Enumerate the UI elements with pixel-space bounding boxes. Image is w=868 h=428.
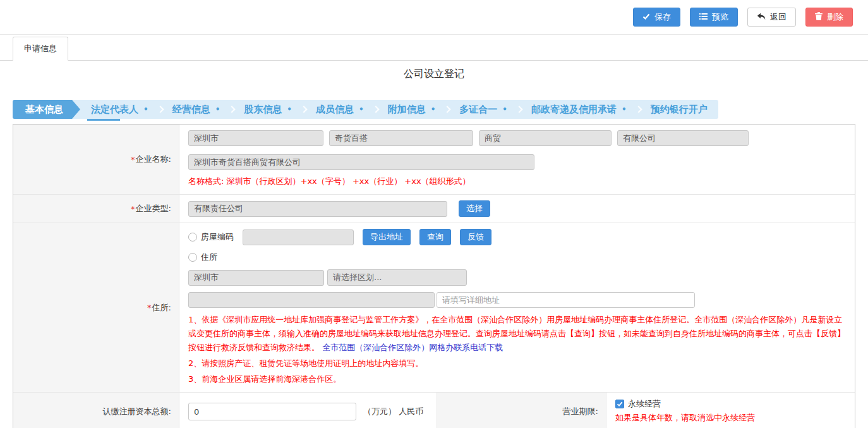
- address-content: 房屋编码 导出地址 查询 反馈 住所 请选择区划...: [179, 223, 855, 392]
- address-detail-input[interactable]: [437, 292, 695, 308]
- step-dot: •: [287, 100, 292, 119]
- tab-application-info[interactable]: 申请信息: [13, 37, 68, 61]
- name-brand-input: [329, 130, 473, 146]
- export-address-button[interactable]: 导出地址: [363, 229, 411, 245]
- step-bank-appointment[interactable]: 预约银行开户: [640, 100, 718, 119]
- required-mark: *: [131, 155, 135, 164]
- address-street-input: [188, 292, 435, 308]
- name-format-hint: 名称格式: 深圳市（行政区划）+xx（字号） +xx（行业） +xx（组织形式）: [188, 174, 846, 188]
- company-type-select-button[interactable]: 选择: [459, 200, 490, 217]
- registered-capital-label: 认缴注册资本总额:: [13, 393, 179, 428]
- company-type-label: * 企业类型:: [13, 195, 179, 223]
- house-code-radio-label: 房屋编码: [201, 231, 234, 243]
- address-radio-label: 住所: [201, 252, 217, 263]
- step-dot: •: [622, 100, 627, 119]
- preview-button[interactable]: 预览: [690, 8, 738, 27]
- district-select: 请选择区划...: [327, 269, 467, 286]
- save-button-label: 保存: [654, 11, 671, 23]
- trash-icon: [815, 12, 823, 22]
- delete-button[interactable]: 删除: [805, 8, 853, 27]
- district-select-placeholder: 请选择区划...: [333, 272, 382, 283]
- capital-unit-label: （万元） 人民币: [363, 406, 423, 417]
- name-region-input: [188, 130, 323, 146]
- query-button[interactable]: 查询: [419, 229, 451, 245]
- save-button[interactable]: 保存: [633, 8, 680, 27]
- name-org-form-input: [617, 130, 749, 146]
- perpetual-operation-checkbox[interactable]: [615, 400, 624, 408]
- feedback-button[interactable]: 反馈: [460, 229, 491, 245]
- step-dot: •: [359, 100, 364, 119]
- step-postal-credit[interactable]: 邮政寄递及信用承诺•: [521, 100, 637, 119]
- company-type-content: 选择: [179, 195, 855, 223]
- step-dot: •: [143, 100, 148, 119]
- step-dot: •: [502, 100, 507, 119]
- back-button-label: 返回: [770, 11, 787, 23]
- name-industry-input: [479, 130, 612, 146]
- step-multi-cert[interactable]: 多证合一•: [449, 100, 518, 119]
- address-note-3: 3、前海企业区属请选择前海深港合作区。: [188, 372, 846, 386]
- row-capital-term: 认缴注册资本总额: （万元） 人民币 营业期限: 永续经营 如果是具体年数，请取…: [13, 392, 855, 428]
- check-icon: [642, 13, 650, 22]
- registered-capital-input[interactable]: [188, 403, 356, 420]
- company-name-label: * 企业名称:: [13, 125, 179, 194]
- step-dot: •: [215, 100, 220, 119]
- business-term-content: 永续经营 如果是具体年数，请取消选中永续经营: [606, 393, 855, 428]
- step-basic-info-label: 基本信息: [25, 100, 63, 119]
- company-name-content: 名称格式: 深圳市（行政区划）+xx（字号） +xx（行业） +xx（组织形式）: [179, 125, 855, 194]
- step-business-info[interactable]: 经营信息•: [162, 100, 231, 119]
- address-label: * 住所:: [13, 223, 179, 392]
- list-icon: [699, 13, 708, 22]
- step-shareholder-info[interactable]: 股东信息•: [233, 100, 303, 119]
- top-toolbar: 保存 预览 返回 删除: [0, 0, 868, 35]
- business-term-label: 营业期限:: [436, 393, 606, 428]
- step-nav: 基本信息 法定代表人• 经营信息• 股东信息• 成员信息• 附加信息• 多证合一…: [13, 100, 718, 119]
- delete-button-label: 删除: [827, 11, 843, 23]
- perpetual-operation-label: 永续经营: [628, 398, 661, 410]
- address-note-1: 1、依据《深圳市应用统一地址库加强商事登记与监管工作方案》，在全市范围（深汕合作…: [188, 313, 846, 355]
- required-mark: *: [131, 204, 135, 214]
- grid-office-phone-link[interactable]: 全市范围（深汕合作区除外）网格办联系电话下载: [322, 343, 503, 352]
- registration-form: * 企业名称: 名称格式: 深圳市（行政区划）+xx（字号） +xx（行业） +…: [13, 124, 855, 428]
- step-member-info[interactable]: 成员信息•: [305, 100, 375, 119]
- house-code-radio[interactable]: [188, 233, 197, 242]
- address-city-input: [188, 270, 324, 286]
- company-type-input: [188, 201, 447, 217]
- business-term-hint: 如果是具体年数，请取消选中永续经营: [615, 411, 846, 425]
- tab-application-info-label: 申请信息: [24, 44, 57, 53]
- step-nav-wrap: 基本信息 法定代表人• 经营信息• 股东信息• 成员信息• 附加信息• 多证合一…: [13, 100, 868, 119]
- step-basic-info[interactable]: 基本信息: [13, 100, 80, 119]
- row-address: * 住所: 房屋编码 导出地址 查询 反馈 住所 请选择区划..: [13, 223, 855, 392]
- preview-button-label: 预览: [712, 11, 728, 23]
- address-radio[interactable]: [188, 253, 197, 262]
- address-note-2: 2、请按照房产证、租赁凭证等场地使用证明上的地址内容填写。: [188, 357, 846, 370]
- full-company-name-input: [188, 154, 534, 170]
- page-title: 公司设立登记: [0, 61, 868, 83]
- required-mark: *: [147, 303, 152, 312]
- back-arrow-icon: [757, 13, 766, 22]
- row-company-type: * 企业类型: 选择: [13, 194, 855, 223]
- step-legal-representative[interactable]: 法定代表人•: [80, 100, 159, 119]
- step-dot: •: [431, 100, 436, 119]
- step-additional-info[interactable]: 附加信息•: [377, 100, 447, 119]
- active-step-underline: [87, 119, 120, 121]
- tab-strip: 申请信息: [0, 35, 868, 61]
- row-company-name: * 企业名称: 名称格式: 深圳市（行政区划）+xx（字号） +xx（行业） +…: [13, 125, 855, 194]
- house-code-input: [243, 229, 354, 245]
- back-button[interactable]: 返回: [747, 8, 796, 27]
- registered-capital-content: （万元） 人民币: [179, 393, 436, 428]
